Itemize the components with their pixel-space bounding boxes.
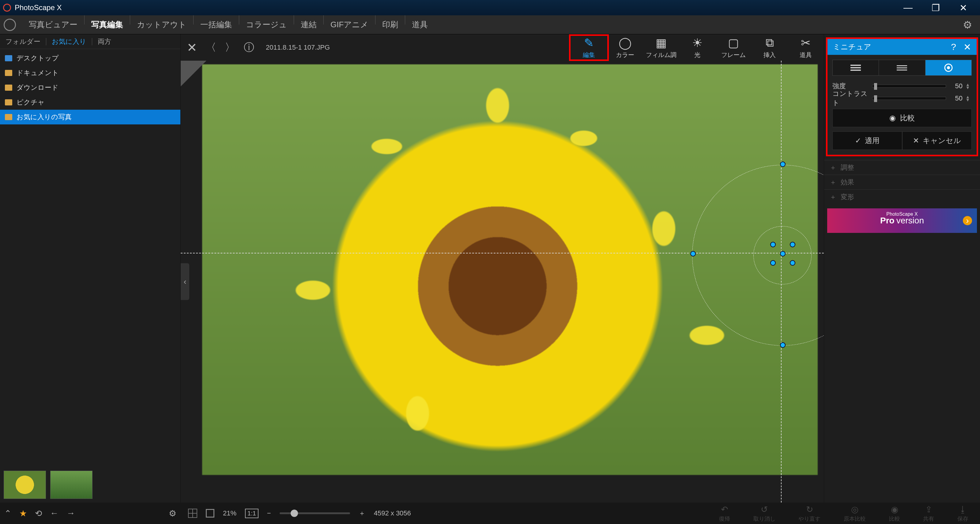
window-minimize-button[interactable]: — bbox=[894, 0, 922, 15]
prev-image-button[interactable]: 〈 bbox=[206, 40, 216, 54]
grid-toggle-icon[interactable] bbox=[188, 509, 197, 518]
mode-linear[interactable] bbox=[833, 60, 879, 75]
right-panel: ミニチュア ? ✕ 強度50▲▼コントラスト50▲▼ ◉ 比較 bbox=[824, 34, 980, 503]
edit-tool-カラー[interactable]: ◯カラー bbox=[607, 36, 643, 59]
accordion-item[interactable]: ＋調整 bbox=[824, 160, 980, 175]
sidebar-tab[interactable]: フォルダー bbox=[0, 37, 46, 46]
handle-center-se[interactable] bbox=[790, 260, 795, 266]
sidebar-tab[interactable]: お気に入り bbox=[46, 37, 92, 46]
thumbnail[interactable] bbox=[4, 471, 46, 499]
background-toggle-icon[interactable] bbox=[206, 509, 215, 518]
edit-tool-フレーム[interactable]: ▢フレーム bbox=[715, 36, 751, 59]
status-action[interactable]: ⭳保存 bbox=[957, 504, 968, 522]
home-icon[interactable] bbox=[4, 19, 16, 31]
handle-top[interactable] bbox=[780, 161, 786, 167]
zoom-11-button[interactable]: 1:1 bbox=[245, 509, 258, 518]
edit-tool-挿入[interactable]: ⧉挿入 bbox=[751, 36, 788, 59]
handle-center-nw[interactable] bbox=[770, 242, 776, 247]
handle-bottom[interactable] bbox=[780, 342, 786, 348]
apply-button[interactable]: ✓適用 bbox=[832, 131, 902, 150]
slider-track[interactable] bbox=[872, 97, 946, 100]
folder-node[interactable]: お気に入りの写真 bbox=[0, 110, 180, 124]
slider-spinner[interactable]: ▲▼ bbox=[966, 83, 972, 89]
main-tab[interactable]: カットアウト bbox=[130, 15, 193, 34]
mode-radial[interactable] bbox=[926, 60, 971, 75]
nav-back-icon[interactable]: ← bbox=[50, 508, 59, 518]
status-icon: ↶ bbox=[721, 504, 728, 514]
panel-close-icon[interactable]: ✕ bbox=[964, 42, 971, 53]
status-icon: ↻ bbox=[806, 504, 813, 514]
edit-tool-編集[interactable]: ✎編集 bbox=[571, 36, 607, 59]
status-bar: ⌃ ★ ⟲ ← → ⚙ 21% 1:1 − ＋ 4592 x 3056 ↶復帰↺… bbox=[0, 503, 980, 524]
status-action[interactable]: ↶復帰 bbox=[719, 504, 730, 522]
handle-center-ne[interactable] bbox=[790, 242, 795, 247]
svg-rect-0 bbox=[850, 65, 861, 66]
sidebar-tab[interactable]: 両方 bbox=[92, 37, 117, 46]
status-action[interactable]: ↻やり直す bbox=[799, 504, 821, 522]
plus-icon: ＋ bbox=[830, 163, 836, 172]
main-tab[interactable]: 印刷 bbox=[375, 15, 405, 34]
compare-button[interactable]: ◉ 比較 bbox=[832, 109, 972, 127]
slider-track[interactable] bbox=[872, 84, 946, 88]
sidebar: フォルダーお気に入り両方 デスクトップドキュメントダウンロードピクチャお気に入り… bbox=[0, 34, 181, 503]
main-tab[interactable]: 道具 bbox=[405, 15, 434, 34]
folder-label: ドキュメント bbox=[16, 68, 59, 78]
expand-up-icon[interactable]: ⌃ bbox=[4, 508, 11, 519]
status-label: やり直す bbox=[799, 515, 821, 522]
edit-tool-フィルム調[interactable]: ▦フィルム調 bbox=[643, 36, 679, 59]
main-tab[interactable]: 写真編集 bbox=[84, 15, 130, 34]
folder-node[interactable]: ドキュメント bbox=[0, 65, 180, 80]
status-action[interactable]: ◉比較 bbox=[889, 504, 900, 522]
canvas-area: ✕ 〈 〉 ⓘ 2011.8.15-1 107.JPG ✎編集◯カラー▦フィルム… bbox=[181, 34, 824, 503]
accordion-item[interactable]: ＋変形 bbox=[824, 190, 980, 204]
handle-center[interactable] bbox=[780, 251, 786, 256]
thumbnail-strip bbox=[0, 467, 180, 503]
main-tab[interactable]: GIFアニメ bbox=[324, 15, 375, 34]
zoom-in-button[interactable]: ＋ bbox=[359, 509, 365, 518]
folder-node[interactable]: デスクトップ bbox=[0, 51, 180, 65]
info-button[interactable]: ⓘ bbox=[244, 40, 254, 54]
handle-center-sw[interactable] bbox=[770, 260, 776, 266]
main-tab[interactable]: 連結 bbox=[294, 15, 323, 34]
zoom-slider[interactable] bbox=[280, 512, 350, 514]
cancel-button[interactable]: ✕キャンセル bbox=[902, 131, 972, 150]
main-tab[interactable]: 一括編集 bbox=[194, 15, 239, 34]
help-icon[interactable]: ? bbox=[951, 42, 956, 53]
mode-horizontal[interactable] bbox=[879, 60, 925, 75]
status-action[interactable]: ◎原本比較 bbox=[844, 504, 866, 522]
folder-node[interactable]: ダウンロード bbox=[0, 80, 180, 95]
image-stage[interactable]: PRO Version ‹ bbox=[181, 61, 824, 503]
tool-label: フィルム調 bbox=[646, 51, 676, 59]
status-icon: ↺ bbox=[761, 504, 768, 514]
edit-tool-光[interactable]: ☀光 bbox=[679, 36, 715, 59]
window-maximize-button[interactable]: ❐ bbox=[922, 0, 950, 15]
main-tab[interactable]: 写真ビュアー bbox=[22, 15, 84, 34]
zoom-out-button[interactable]: − bbox=[267, 509, 271, 517]
settings-gear-icon[interactable]: ⚙ bbox=[959, 19, 976, 31]
slider-spinner[interactable]: ▲▼ bbox=[966, 95, 972, 102]
panel-title: ミニチュア bbox=[833, 42, 871, 52]
collapse-sidebar-button[interactable]: ‹ bbox=[181, 263, 189, 300]
tool-label: 編集 bbox=[583, 51, 595, 59]
status-action[interactable]: ⇪共有 bbox=[923, 504, 934, 522]
window-close-button[interactable]: ✕ bbox=[950, 0, 977, 15]
nav-forward-icon[interactable]: → bbox=[67, 508, 75, 518]
folder-icon bbox=[5, 99, 12, 105]
handle-left-inner[interactable] bbox=[690, 251, 696, 256]
pro-version-promo[interactable]: PhotoScape X Proversion › bbox=[827, 209, 977, 233]
refresh-icon[interactable]: ⟲ bbox=[35, 508, 42, 519]
main-tab[interactable]: コラージュ bbox=[239, 15, 294, 34]
accordion-item[interactable]: ＋効果 bbox=[824, 175, 980, 190]
status-action[interactable]: ↺取り消し bbox=[753, 504, 775, 522]
edit-tool-道具[interactable]: ✂道具 bbox=[788, 36, 824, 59]
close-image-button[interactable]: ✕ bbox=[187, 40, 197, 54]
folder-node[interactable]: ピクチャ bbox=[0, 95, 180, 110]
panel-highlight: ミニチュア ? ✕ 強度50▲▼コントラスト50▲▼ ◉ 比較 bbox=[826, 37, 978, 156]
title-bar: PhotoScape X — ❐ ✕ bbox=[0, 0, 980, 15]
sidebar-settings-icon[interactable]: ⚙ bbox=[169, 508, 177, 519]
favorite-star-icon[interactable]: ★ bbox=[19, 508, 27, 519]
next-image-button[interactable]: 〉 bbox=[225, 40, 235, 54]
tool-label: 挿入 bbox=[764, 51, 776, 59]
thumbnail[interactable] bbox=[50, 471, 92, 499]
folder-label: ピクチャ bbox=[16, 98, 45, 107]
